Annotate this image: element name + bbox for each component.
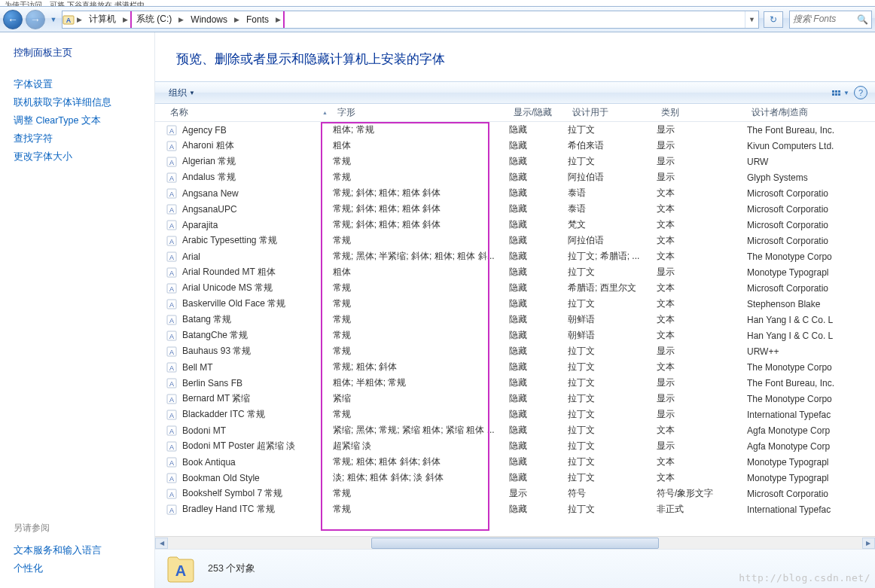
scroll-left-button[interactable]: ◀ [155,538,168,549]
font-row[interactable]: AAndalus 常规常规隐藏阿拉伯语显示Glyph Systems [166,169,875,185]
font-row[interactable]: ABerlin Sans FB粗体; 半粗体; 常规隐藏拉丁文显示The Fon… [166,375,875,391]
breadcrumb-windows[interactable]: Windows [186,11,232,28]
font-row[interactable]: AAparajita常规; 斜体; 粗体; 粗体 斜体隐藏梵文文本Microso… [166,217,875,233]
cell-style: 常规 [333,503,509,516]
svg-text:A: A [169,317,174,324]
cell-name: Agency FB [182,125,333,136]
cell-maker: URW++ [747,346,875,357]
cell-name: Bell MT [182,362,333,373]
cell-maker: Microsoft Corporatio [747,489,875,499]
column-header-designed-for[interactable]: 设计用于 [568,104,657,121]
cell-style: 粗体; 常规 [333,123,509,136]
breadcrumb-arrow-icon[interactable]: ▶ [232,16,242,23]
search-input[interactable]: 搜索 Fonts 🔍 [789,11,872,29]
view-options-button[interactable]: ▼ [832,90,849,96]
font-file-icon: A [166,394,178,404]
address-bar[interactable]: A ▶ 计算机 ▶ 系统 (C:) ▶ Windows ▶ Fonts ▶ ▼ [62,11,759,29]
font-row[interactable]: ABook Antiqua常规; 粗体; 粗体 斜体; 斜体隐藏拉丁文文本Mon… [166,454,875,470]
forward-button[interactable]: → [26,10,45,29]
font-row[interactable]: ABaskerville Old Face 常规常规隐藏拉丁文文本Stephen… [166,296,875,312]
font-row[interactable]: AAharoni 粗体粗体隐藏希伯来语显示Kivun Computers Ltd… [166,138,875,154]
column-header-showhide[interactable]: 显示/隐藏 [509,104,568,121]
cell-maker: Microsoft Corporatio [747,188,875,199]
font-file-icon: A [166,473,178,483]
font-row[interactable]: ABernard MT 紧缩紧缩隐藏拉丁文显示The Monotype Corp… [166,391,875,407]
cell-designed-for: 朝鲜语 [568,329,657,342]
cell-style: 常规; 粗体; 粗体 斜体; 斜体 [333,455,509,468]
scroll-right-button[interactable]: ▶ [862,538,875,549]
chevron-down-icon: ▼ [843,90,849,96]
font-row[interactable]: AArial常规; 黑体; 半紧缩; 斜体; 粗体; 粗体 斜...隐藏拉丁文;… [166,248,875,264]
font-row[interactable]: ABatangChe 常规常规隐藏朝鲜语文本Han Yang I & C Co.… [166,328,875,343]
sidebar-link[interactable]: 联机获取字体详细信息 [14,96,147,109]
control-panel-home-link[interactable]: 控制面板主页 [14,46,147,59]
font-row[interactable]: ABell MT常规; 粗体; 斜体隐藏拉丁文文本The Monotype Co… [166,359,875,375]
column-header-name[interactable]: 名称▲ [166,104,333,121]
scroll-thumb[interactable] [371,538,659,549]
breadcrumb-arrow-icon[interactable]: ▶ [273,16,283,23]
cell-showhide: 隐藏 [509,329,568,342]
cell-maker: The Monotype Corpo [747,251,875,262]
help-button[interactable]: ? [854,86,867,99]
cell-category: 文本 [657,187,747,200]
sidebar-link[interactable]: 调整 ClearType 文本 [14,114,147,127]
font-row[interactable]: AArabic Typesetting 常规常规隐藏阿拉伯语文本Microsof… [166,233,875,248]
font-file-icon: A [166,157,178,167]
breadcrumb-fonts[interactable]: Fonts [242,11,273,28]
font-row[interactable]: AArial Unicode MS 常规常规隐藏希腊语; 西里尔文文本Micro… [166,280,875,296]
history-dropdown-icon[interactable]: ▼ [48,12,59,27]
cell-maker: Kivun Computers Ltd. [747,141,875,151]
address-dropdown-icon[interactable]: ▼ [745,11,758,28]
cell-style: 常规 [333,329,509,342]
font-row[interactable]: AAlgerian 常规常规隐藏拉丁文显示URW [166,154,875,169]
font-row[interactable]: AAngsana New常规; 斜体; 粗体; 粗体 斜体隐藏泰语文本Micro… [166,185,875,201]
breadcrumb-drive-c[interactable]: 系统 (C:) [132,11,176,28]
font-row[interactable]: ABradley Hand ITC 常规常规隐藏拉丁文非正式Internatio… [166,501,875,517]
font-row[interactable]: AAngsanaUPC常规; 斜体; 粗体; 粗体 斜体隐藏泰语文本Micros… [166,201,875,217]
cell-category: 显示 [657,392,747,405]
cell-showhide: 隐藏 [509,234,568,247]
organize-button[interactable]: 组织▼ [163,84,201,102]
sidebar-link[interactable]: 字体设置 [14,78,147,91]
cell-designed-for: 拉丁文 [568,503,657,516]
breadcrumb-arrow-icon[interactable]: ▶ [176,16,186,23]
font-row[interactable]: ABlackadder ITC 常规常规隐藏拉丁文显示International… [166,407,875,422]
refresh-button[interactable]: ↻ [764,11,783,28]
navigation-bar: ← → ▼ A ▶ 计算机 ▶ 系统 (C:) ▶ Windows ▶ Font… [0,6,875,32]
font-row[interactable]: AArial Rounded MT 粗体粗体隐藏拉丁文显示Monotype Ty… [166,264,875,280]
cell-name: Batang 常规 [182,313,333,326]
column-header-style[interactable]: 字形 [333,104,509,121]
sidebar-link[interactable]: 更改字体大小 [14,151,147,163]
cell-designed-for: 泰语 [568,203,657,215]
font-row[interactable]: AAgency FB粗体; 常规隐藏拉丁文显示The Font Bureau, … [166,122,875,138]
sidebar-link[interactable]: 查找字符 [14,133,147,145]
cell-style: 淡; 粗体; 粗体 斜体; 淡 斜体 [333,471,509,484]
horizontal-scrollbar[interactable]: ◀ ▶ [155,536,875,549]
font-file-icon: A [166,504,178,515]
font-file-icon: A [166,425,178,436]
font-file-icon: A [166,236,178,246]
see-also-link[interactable]: 文本服务和输入语言 [14,544,147,557]
font-row[interactable]: ABodoni MT Poster 超紧缩 淡超紧缩 淡隐藏拉丁文显示Agfa … [166,438,875,454]
sidebar: 控制面板主页 字体设置联机获取字体详细信息调整 ClearType 文本查找字符… [0,32,155,588]
font-rows-container[interactable]: AAgency FB粗体; 常规隐藏拉丁文显示The Font Bureau, … [155,122,875,536]
cell-name: Baskerville Old Face 常规 [182,297,333,310]
svg-text:A: A [169,491,174,498]
breadcrumb-computer[interactable]: 计算机 [84,11,120,28]
breadcrumb-arrow-icon[interactable]: ▶ [120,16,130,23]
column-header-category[interactable]: 类别 [657,104,747,121]
font-row[interactable]: ABookman Old Style淡; 粗体; 粗体 斜体; 淡 斜体隐藏拉丁… [166,470,875,486]
svg-text:A: A [175,562,186,579]
font-row[interactable]: ABatang 常规常规隐藏朝鲜语文本Han Yang I & C Co. L [166,312,875,328]
svg-text:A: A [169,301,174,309]
cell-style: 常规 [333,234,509,247]
breadcrumb-arrow-icon[interactable]: ▶ [75,16,84,23]
font-row[interactable]: ABookshelf Symbol 7 常规常规显示符号符号/象形文字Micro… [166,486,875,501]
back-button[interactable]: ← [3,10,23,29]
column-header-maker[interactable]: 设计者/制造商 [747,104,875,121]
font-row[interactable]: ABodoni MT紧缩; 黑体; 常规; 紧缩 粗体; 紧缩 粗体 ...隐藏… [166,422,875,438]
see-also-link[interactable]: 个性化 [14,562,147,575]
cell-designed-for: 拉丁文 [568,266,657,279]
font-row[interactable]: ABauhaus 93 常规常规隐藏拉丁文显示URW++ [166,343,875,359]
breadcrumb-highlighted: 系统 (C:) ▶ Windows ▶ Fonts ▶ [130,11,285,29]
